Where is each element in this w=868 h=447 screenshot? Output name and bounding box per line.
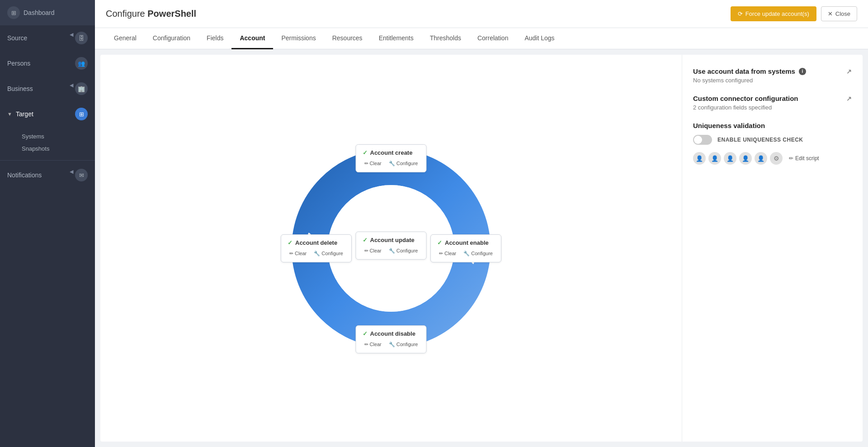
tab-entitlements[interactable]: Entitlements [371,28,422,49]
update-clear-button[interactable]: ✏ Clear [363,247,383,254]
close-icon: ✕ [828,10,833,17]
sidebar-item-label: Persons [7,60,30,67]
wrench-icon: 🔧 [463,251,470,257]
page-title: Configure PowerShell [106,9,196,19]
collapse-icon: ◀ [70,169,73,181]
pen-icon: ✏ [364,161,368,166]
page-content-area: ✓ Account create ✏ Clear 🔧 Configure [100,55,863,442]
use-account-data-edit-icon[interactable]: ↗ [846,68,852,75]
sidebar-item-label: Business [7,85,33,92]
sidebar-item-dashboard[interactable]: ⊞ Dashboard [0,0,95,25]
delete-configure-button[interactable]: 🔧 Configure [312,250,345,257]
dashboard-icon: ⊞ [7,6,20,19]
avatar-row: 👤 👤 👤 👤 👤 ⚙ ✏ Edit script [693,152,852,165]
use-account-data-section: Use account data from systems i ↗ No sys… [693,67,852,84]
avatar-1: 👤 [693,152,706,165]
wrench-icon: 🔧 [314,251,320,257]
sidebar-item-snapshots[interactable]: Snapshots [14,143,95,155]
avatar-4: 👤 [739,152,752,165]
disable-clear-button[interactable]: ✏ Clear [363,341,383,348]
tab-fields[interactable]: Fields [198,28,231,49]
refresh-icon: ⟳ [738,10,743,17]
tab-general[interactable]: General [106,28,145,49]
tab-resources[interactable]: Resources [324,28,371,49]
avatar-2: 👤 [708,152,721,165]
sidebar-item-systems[interactable]: Systems [14,130,95,143]
sidebar-item-persons[interactable]: Persons 👥 [0,51,95,76]
disable-configure-button[interactable]: 🔧 Configure [387,341,420,348]
create-clear-button[interactable]: ✏ Clear [363,160,383,167]
wrench-icon: 🔧 [389,247,395,253]
tab-correlation[interactable]: Correlation [469,28,516,49]
check-icon: ✓ [363,149,368,156]
collapse-icon: ◀ [70,32,73,44]
avatar-5: 👤 [755,152,767,165]
pen-icon: ✏ [439,251,443,257]
update-configure-button[interactable]: 🔧 Configure [387,247,420,254]
force-update-button[interactable]: ⟳ Force update account(s) [731,6,816,21]
info-icon: i [799,68,806,75]
account-disable-card: ✓ Account disable ✏ Clear 🔧 Configure [356,325,427,353]
pen-icon: ✏ [364,342,368,347]
account-delete-card: ✓ Account delete ✏ Clear 🔧 Configure [281,234,352,262]
enable-configure-button[interactable]: 🔧 Configure [462,250,495,257]
sidebar-item-label: Source [7,34,27,42]
edit-script-button[interactable]: ✏ Edit script [785,153,823,163]
target-icon: ⊞ [75,108,88,120]
tab-thresholds[interactable]: Thresholds [422,28,469,49]
check-icon: ✓ [363,330,368,337]
account-create-card: ✓ Account create ✏ Clear 🔧 Configure [356,144,427,172]
account-lifecycle-diagram: ✓ Account create ✏ Clear 🔧 Configure [274,131,509,366]
business-icon: 🏢 [75,82,88,95]
pen-icon: ✏ [789,155,793,162]
wrench-icon: 🔧 [389,161,395,166]
chevron-down-icon: ▼ [7,111,12,117]
custom-connector-edit-icon[interactable]: ↗ [846,95,852,102]
delete-clear-button[interactable]: ✏ Clear [288,250,308,257]
tab-configuration[interactable]: Configuration [145,28,198,49]
right-panel: Use account data from systems i ↗ No sys… [682,55,863,442]
sidebar-item-source[interactable]: Source ◀ 🗄 [0,25,95,51]
check-icon: ✓ [437,239,442,246]
sidebar-item-label: Notifications [7,171,42,179]
create-configure-button[interactable]: 🔧 Configure [387,160,420,167]
wrench-icon: 🔧 [389,342,395,347]
uniqueness-toggle[interactable] [693,135,712,145]
tab-audit-logs[interactable]: Audit Logs [516,28,562,49]
sidebar-item-label: Target [16,110,33,118]
sidebar-submenu-target: Systems Snapshots [0,127,95,158]
tab-account[interactable]: Account [231,28,273,49]
account-update-card: ✓ Account update ✏ Clear 🔧 Configure [356,231,427,259]
gear-button[interactable]: ⚙ [770,152,783,165]
custom-connector-section: Custom connector configuration ↗ 2 confi… [693,95,852,111]
tab-permissions[interactable]: Permissions [273,28,324,49]
pen-icon: ✏ [289,251,293,257]
collapse-icon: ◀ [70,82,73,95]
diagram-area: ✓ Account create ✏ Clear 🔧 Configure [100,55,682,442]
tab-navigation: General Configuration Fields Account Per… [95,28,868,49]
sidebar-item-label: Dashboard [24,9,55,16]
sidebar: ⊞ Dashboard Source ◀ 🗄 Persons 👥 Busines… [0,0,95,447]
avatar-3: 👤 [724,152,736,165]
sidebar-item-notifications[interactable]: Notifications ◀ ✉ [0,162,95,188]
check-icon: ✓ [288,239,292,246]
header-bar: Configure PowerShell ⟳ Force update acco… [95,0,868,28]
account-enable-card: ✓ Account enable ✏ Clear 🔧 Configure [430,234,501,262]
uniqueness-section: Uniqueness validation ENABLE UNIQUENESS … [693,122,852,165]
persons-icon: 👥 [75,57,88,70]
close-button[interactable]: ✕ Close [821,6,857,21]
source-icon: 🗄 [75,32,88,44]
sidebar-item-target[interactable]: ▼ Target ⊞ [0,101,95,127]
check-icon: ✓ [363,236,368,243]
notifications-icon: ✉ [75,169,88,181]
pen-icon: ✏ [364,247,368,253]
header-actions: ⟳ Force update account(s) ✕ Close [731,6,857,21]
sidebar-item-business[interactable]: Business ◀ 🏢 [0,76,95,101]
main-content: Configure PowerShell ⟳ Force update acco… [95,0,868,447]
enable-clear-button[interactable]: ✏ Clear [437,250,458,257]
